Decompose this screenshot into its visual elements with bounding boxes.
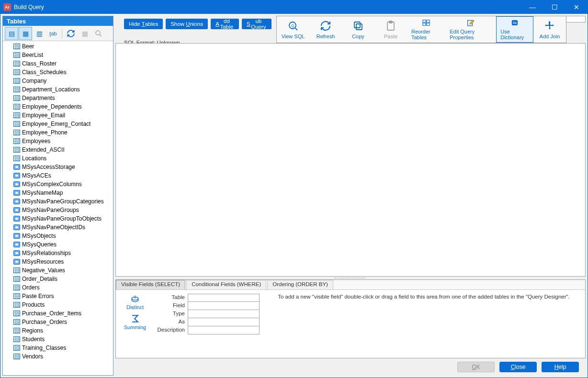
input-as[interactable] xyxy=(188,318,260,326)
refresh-button[interactable]: Refresh xyxy=(309,16,342,43)
table-item[interactable]: MSysACEs xyxy=(13,171,113,180)
table-item[interactable]: Class_Schedules xyxy=(13,68,113,77)
table-item[interactable]: Purchase_Orders xyxy=(13,318,113,326)
table-item[interactable]: MSysNavPaneObjectIDs xyxy=(13,223,113,232)
ok-button[interactable]: OK xyxy=(457,362,495,372)
input-type[interactable] xyxy=(188,310,260,318)
table-name: Employee_Email xyxy=(22,112,65,119)
distinct-tool[interactable]: Distinct xyxy=(126,294,144,310)
svg-text:Q: Q xyxy=(291,23,294,28)
table-item[interactable]: Employee_Dependents xyxy=(13,102,113,111)
table-icon xyxy=(13,104,20,110)
table-item[interactable]: Employee_Phone xyxy=(13,128,113,137)
table-item[interactable]: MSysComplexColumns xyxy=(13,180,113,189)
tab-ordering[interactable]: Ordering (ORDER BY) xyxy=(267,280,333,289)
table-item[interactable]: Training_Classes xyxy=(13,344,113,352)
panel-toggle-icon[interactable]: ▤ xyxy=(5,27,18,40)
input-table[interactable] xyxy=(188,294,260,302)
svg-rect-8 xyxy=(427,20,430,22)
reorder-tables-button[interactable]: Reorder Tables xyxy=(407,16,445,43)
table-item[interactable]: Employees xyxy=(13,137,113,145)
grid-view-icon[interactable]: ▦ xyxy=(19,27,32,40)
table-item[interactable]: MSysNameMap xyxy=(13,189,113,197)
table-item[interactable]: Orders xyxy=(13,283,113,292)
table-item[interactable]: Paste Errors xyxy=(13,292,113,300)
table-icon xyxy=(13,69,20,75)
table-item[interactable]: Extended_ASCII xyxy=(13,145,113,154)
table-item[interactable]: Vendors xyxy=(13,352,113,361)
table-item[interactable]: MSysNavPaneGroupCategories xyxy=(13,197,113,206)
table-item[interactable]: Company xyxy=(13,77,113,85)
edit-query-properties-button[interactable]: Edit Query Properties xyxy=(445,16,496,43)
search-icon[interactable] xyxy=(92,27,105,40)
svg-rect-9 xyxy=(423,23,426,25)
system-table-icon xyxy=(13,164,20,170)
table-icon xyxy=(13,138,20,144)
table-icon xyxy=(13,345,20,351)
tab-text-icon[interactable]: tab xyxy=(46,27,60,40)
input-field[interactable] xyxy=(188,302,260,310)
svg-rect-10 xyxy=(427,23,430,25)
separator xyxy=(62,28,62,39)
system-table-icon xyxy=(13,216,20,222)
help-button[interactable]: Help xyxy=(542,362,579,372)
close-button[interactable]: ✕ xyxy=(565,0,588,14)
table-item[interactable]: Employee_Email xyxy=(13,111,113,120)
table-name: Departments xyxy=(22,95,55,101)
table-item[interactable]: BeerList xyxy=(13,51,113,59)
table-icon xyxy=(13,276,20,282)
table-item[interactable]: Locations xyxy=(13,154,113,163)
table-item[interactable]: Negative_Values xyxy=(13,266,113,275)
table-name: Training_Classes xyxy=(22,345,66,351)
view-sql-button[interactable]: Q View SQL xyxy=(277,16,309,43)
close-dialog-button[interactable]: Close xyxy=(499,362,537,372)
table-item[interactable]: Class_Roster xyxy=(13,59,113,68)
svg-rect-3 xyxy=(356,24,362,30)
query-designer-canvas[interactable] xyxy=(115,43,586,277)
detail-view-icon[interactable]: ▥ xyxy=(33,27,46,40)
table-item[interactable]: MSysNavPaneGroups xyxy=(13,206,113,214)
table-item[interactable]: Departments xyxy=(13,94,113,102)
refresh-icon[interactable] xyxy=(64,27,78,40)
copy-button[interactable]: Copy xyxy=(342,16,374,43)
show-unions-button[interactable]: Show Unions xyxy=(166,19,208,29)
table-item[interactable]: Employee_Emerg_Contact xyxy=(13,120,113,128)
table-icon xyxy=(13,285,20,290)
table-name: MSysNavPaneGroups xyxy=(22,207,79,213)
table-dim-icon[interactable]: ▦ xyxy=(78,27,91,40)
table-item[interactable]: MSysResources xyxy=(13,257,113,266)
table-name: Students xyxy=(22,336,45,343)
hide-tables-button[interactable]: Hide Tables xyxy=(124,19,163,29)
use-dictionary-button[interactable]: Aa Use Dictionary xyxy=(496,16,533,43)
table-item[interactable]: Beer xyxy=(13,42,113,51)
table-item[interactable]: Regions xyxy=(13,326,113,335)
minimize-button[interactable]: ― xyxy=(521,0,543,14)
add-join-button[interactable]: Add Join xyxy=(533,16,566,43)
table-name: MSysNameMap xyxy=(22,189,63,196)
table-item[interactable]: Students xyxy=(13,335,113,344)
table-name: Purchase_Orders xyxy=(22,319,67,325)
table-item[interactable]: Order_Details xyxy=(13,275,113,283)
maximize-button[interactable]: ☐ xyxy=(543,0,565,14)
table-item[interactable]: MSysObjects xyxy=(13,232,113,240)
system-table-icon xyxy=(13,224,20,230)
tables-list[interactable]: BeerBeerListClass_RosterClass_SchedulesC… xyxy=(3,41,113,375)
table-item[interactable]: MSysRelationships xyxy=(13,249,113,257)
table-item[interactable]: Products xyxy=(13,300,113,309)
table-icon xyxy=(13,78,20,84)
table-name: Employee_Phone xyxy=(22,129,68,136)
table-item[interactable]: MSysAccessStorage xyxy=(13,163,113,171)
table-item[interactable]: Purchase_Order_Items xyxy=(13,309,113,318)
add-table-button[interactable]: Add Table xyxy=(211,19,239,29)
label-description: Description xyxy=(157,326,188,334)
table-item[interactable]: Department_Locations xyxy=(13,85,113,94)
tab-conditional-fields[interactable]: Conditional Fields (WHERE) xyxy=(186,280,266,289)
summing-tool[interactable]: Summing xyxy=(124,314,146,330)
table-name: MSysNavPaneObjectIDs xyxy=(22,224,85,231)
sub-query-button[interactable]: Sub Query xyxy=(242,19,271,29)
table-item[interactable]: MSysQueries xyxy=(13,240,113,249)
table-item[interactable]: MSysNavPaneGroupToObjects xyxy=(13,214,113,223)
paste-button[interactable]: Paste xyxy=(374,16,407,43)
input-description[interactable] xyxy=(188,326,260,334)
tab-visible-fields[interactable]: Visible Fields (SELECT) xyxy=(116,280,185,289)
